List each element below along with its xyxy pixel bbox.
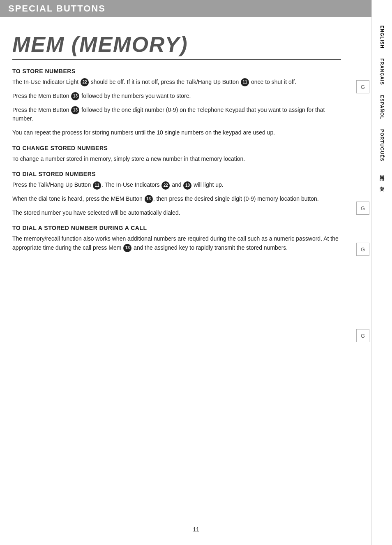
g-box-g1: G bbox=[356, 80, 369, 93]
header-bar: SPECIAL BUTTONS bbox=[0, 0, 392, 17]
badge-10: 10 bbox=[183, 181, 191, 190]
g-box-wrapper-g1: G bbox=[356, 80, 369, 93]
badge-13: 13 bbox=[123, 244, 131, 252]
language-sidebar: ENGLISH FRANÇAIS ESPAÑOL PORTUGUÊS 日本語 中… bbox=[371, 0, 392, 545]
store-p1: The In-Use Indicator Light 22 should be … bbox=[12, 78, 341, 87]
g-box-g3: G bbox=[356, 243, 369, 256]
badge-11: 11 bbox=[241, 78, 249, 86]
lang-portugues[interactable]: PORTUGUÊS bbox=[380, 124, 385, 167]
badge-11: 11 bbox=[93, 181, 101, 190]
badge-22: 22 bbox=[161, 181, 170, 190]
store-p3: Press the Mem Button 13 followed by the … bbox=[12, 106, 341, 123]
lang-francais[interactable]: FRANÇAIS bbox=[380, 53, 385, 90]
change-p1: To change a number stored in memory, sim… bbox=[12, 155, 341, 164]
page-number: 11 bbox=[193, 526, 199, 533]
during-heading: TO DIAL A STORED NUMBER DURING A CALL bbox=[12, 225, 341, 231]
lang-japanese[interactable]: 日本語 bbox=[379, 167, 385, 178]
change-heading: TO CHANGE STORED NUMBERS bbox=[12, 145, 341, 151]
dial-p2: When the dial tone is heard, press the M… bbox=[12, 195, 341, 204]
dial-heading: TO DIAL STORED NUMBERS bbox=[12, 171, 341, 177]
dial-p3: The stored number you have selected will… bbox=[12, 209, 341, 218]
g-box-g4: G bbox=[356, 329, 369, 342]
header-title: SPECIAL BUTTONS bbox=[8, 3, 106, 14]
title-underline bbox=[12, 59, 341, 60]
store-heading: TO STORE NUMBERS bbox=[12, 68, 341, 74]
g-box-wrapper-g2: G bbox=[356, 202, 369, 215]
g-box-g2: G bbox=[356, 202, 369, 215]
lang-espanol[interactable]: ESPAÑOL bbox=[380, 90, 385, 124]
store-p4: You can repeat the process for storing n… bbox=[12, 128, 341, 137]
lang-english[interactable]: ENGLISH bbox=[380, 21, 385, 53]
main-content: MEM (MEMORY) TO STORE NUMBERSThe In-Use … bbox=[0, 17, 370, 274]
store-p2: Press the Mem Button 13 followed by the … bbox=[12, 92, 341, 101]
sections-container: TO STORE NUMBERSThe In-Use Indicator Lig… bbox=[12, 68, 341, 253]
badge-13: 13 bbox=[71, 106, 79, 114]
lang-chinese[interactable]: 中文 bbox=[379, 178, 385, 188]
dial-p1: Press the Talk/Hang Up Button 11. The In… bbox=[12, 181, 341, 190]
page-title: MEM (MEMORY) bbox=[12, 33, 341, 56]
badge-13: 13 bbox=[71, 92, 79, 100]
during-p1: The memory/recall function also works wh… bbox=[12, 234, 341, 252]
badge-22: 22 bbox=[81, 78, 89, 86]
badge-13: 13 bbox=[145, 195, 153, 203]
g-box-wrapper-g3: G bbox=[356, 243, 369, 256]
g-box-wrapper-g4: G bbox=[356, 329, 369, 342]
